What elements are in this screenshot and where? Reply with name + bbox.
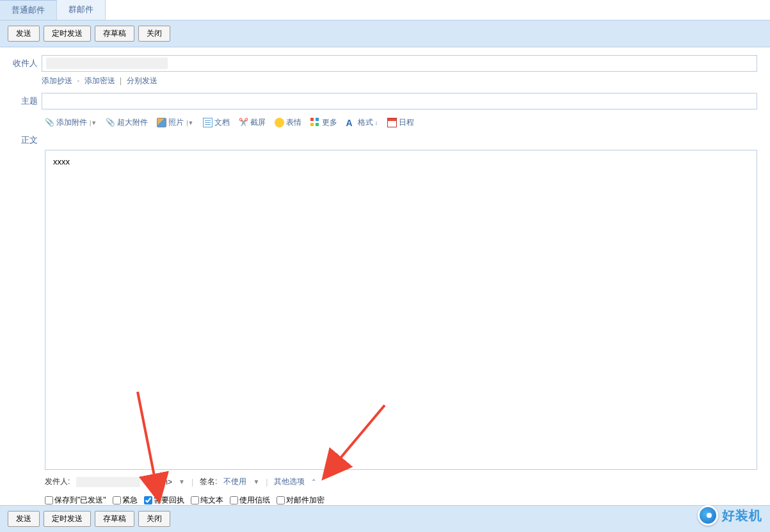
body-editor[interactable]: xxxx	[45, 150, 757, 470]
body-content: xxxx	[53, 157, 70, 166]
stationery-checkbox[interactable]: 使用信纸	[230, 495, 270, 506]
recipient-sublinks: 添加抄送 - 添加密送 | 分别发送	[42, 76, 757, 86]
close-button-bottom[interactable]: 关闭	[138, 511, 170, 527]
emoji-button[interactable]: 表情	[275, 117, 301, 128]
signature-dropdown-icon[interactable]: ▼	[253, 478, 259, 485]
send-button[interactable]: 发送	[8, 26, 40, 42]
editor-toolbar: 📎 添加附件 |▼ 📎 超大附件 照片 |▼ 文档 ✂️ 截屏 表情 更多	[45, 113, 757, 132]
screenshot-button[interactable]: ✂️ 截屏	[239, 117, 266, 128]
add-bcc-link[interactable]: 添加密送	[84, 76, 115, 85]
sender-dropdown-icon[interactable]: ▼	[179, 478, 185, 485]
send-button-bottom[interactable]: 发送	[8, 511, 40, 527]
tab-group-mail[interactable]: 群邮件	[57, 0, 106, 20]
subject-label: 主题	[13, 93, 42, 107]
paperclip-icon: 📎	[45, 118, 54, 127]
save-sent-checkbox[interactable]: 保存到"已发送"	[45, 495, 106, 506]
watermark-text: 好装机	[722, 507, 762, 524]
attach-button[interactable]: 📎 添加附件 |▼	[45, 117, 97, 128]
watermark: 好装机	[698, 505, 762, 526]
sender-chip[interactable]	[76, 477, 140, 487]
encrypt-checkbox[interactable]: 对邮件加密	[277, 495, 325, 506]
other-options-link[interactable]: 其他选项	[274, 476, 305, 487]
format-icon: A	[346, 118, 356, 127]
save-draft-button-bottom[interactable]: 存草稿	[95, 511, 134, 527]
sender-label: 发件人:	[45, 476, 70, 487]
receipt-checkbox[interactable]: 需要回执	[144, 495, 184, 506]
document-button[interactable]: 文档	[203, 117, 230, 128]
photo-dropdown-icon[interactable]: |▼	[186, 120, 193, 126]
signature-label: 签名:	[200, 476, 217, 487]
tab-normal-mail[interactable]: 普通邮件	[0, 0, 57, 20]
recipient-input[interactable]	[42, 55, 757, 72]
plain-text-checkbox[interactable]: 纯文本	[191, 495, 223, 506]
watermark-logo-icon	[698, 505, 718, 526]
paperclip-icon: 📎	[106, 118, 115, 127]
more-button[interactable]: 更多	[310, 117, 337, 128]
format-button[interactable]: A 格式↓	[346, 117, 378, 128]
tabs: 普通邮件 群邮件	[0, 0, 770, 20]
photo-icon	[157, 118, 166, 127]
send-separately-link[interactable]: 分别发送	[127, 76, 157, 85]
body-label: 正文	[13, 132, 42, 146]
urgent-checkbox[interactable]: 紧急	[113, 495, 138, 506]
add-cc-link[interactable]: 添加抄送	[42, 76, 72, 85]
save-draft-button[interactable]: 存草稿	[95, 26, 134, 42]
document-icon	[203, 118, 213, 127]
sender-email-suffix: q.com>	[147, 478, 172, 487]
chevron-up-icon[interactable]: ⌃	[311, 478, 316, 485]
photo-button[interactable]: 照片 |▼	[157, 117, 193, 128]
recipient-chip[interactable]	[46, 58, 168, 69]
smiley-icon	[275, 118, 284, 127]
timed-send-button-bottom[interactable]: 定时发送	[44, 511, 91, 527]
calendar-icon	[387, 118, 397, 127]
subject-input[interactable]	[42, 93, 757, 109]
compose-form: 收件人 添加抄送 - 添加密送 | 分别发送 主题 📎 添加附件 |▼	[0, 47, 770, 513]
close-button[interactable]: 关闭	[138, 26, 170, 42]
signature-value[interactable]: 不使用	[223, 476, 246, 487]
footer-info: 发件人: q.com> ▼ | 签名: 不使用 ▼ | 其他选项 ⌃	[45, 470, 757, 491]
scissors-icon: ✂️	[239, 118, 248, 127]
large-attach-button[interactable]: 📎 超大附件	[106, 117, 148, 128]
recipient-label: 收件人	[13, 55, 42, 69]
grid-icon	[310, 118, 320, 127]
calendar-button[interactable]: 日程	[387, 117, 414, 128]
bottom-toolbar: 发送 定时发送 存草稿 关闭	[0, 505, 770, 532]
top-toolbar: 发送 定时发送 存草稿 关闭	[0, 20, 770, 47]
timed-send-button[interactable]: 定时发送	[44, 26, 91, 42]
attach-dropdown-icon[interactable]: |▼	[90, 120, 97, 126]
